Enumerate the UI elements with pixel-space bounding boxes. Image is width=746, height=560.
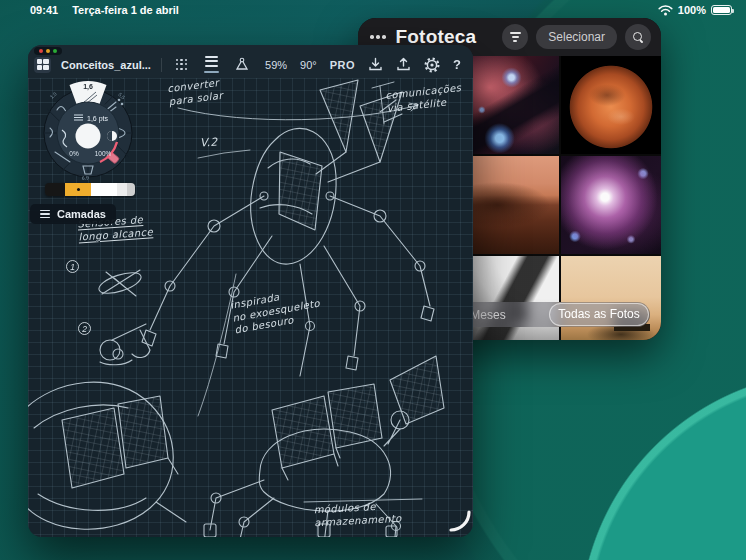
sketch-toolbar: Conceitos_azul... 59% 90° PRO (28, 45, 473, 78)
opacity-max: 100% (95, 150, 112, 157)
swatch-gray[interactable] (127, 183, 135, 196)
photo-thumbnail-desert-rover[interactable] (561, 256, 661, 340)
tab-all-photos[interactable]: Todas as Fotos (549, 303, 649, 326)
layers-lines-icon (40, 210, 50, 219)
swatch-black[interactable] (45, 183, 65, 196)
ring-size-3: 6.9 (81, 174, 89, 181)
swatch-light-gray[interactable] (117, 183, 127, 196)
drawing-canvas[interactable]: converter para solar V.2 comunicações vi… (28, 78, 473, 537)
clock: 09:41 (30, 4, 58, 16)
layers-label: Camadas (57, 208, 106, 220)
color-palette (45, 183, 135, 196)
resize-handle[interactable] (451, 512, 469, 530)
annotation-number-1: 1 (66, 260, 79, 273)
wifi-icon (658, 5, 673, 16)
photo-thumbnail-spacecraft[interactable] (460, 256, 560, 340)
vector-icon (234, 57, 250, 73)
import-button[interactable] (368, 57, 383, 72)
select-button[interactable]: Selecionar (536, 25, 617, 49)
status-bar: 09:41 Terça-feira 1 de abril 100% (0, 0, 746, 20)
photo-thumbnail-orion-nebula[interactable] (561, 156, 661, 254)
photo-thumbnail-flame-nebula[interactable] (460, 56, 560, 154)
photo-thumbnail-mars[interactable] (561, 56, 661, 154)
desktop: 09:41 Terça-feira 1 de abril 100% Fotote… (0, 0, 746, 560)
grid-tools-button[interactable] (172, 55, 192, 75)
filter-button[interactable] (502, 24, 528, 50)
divider (161, 58, 162, 72)
battery-percent: 100% (678, 4, 706, 16)
vector-select-button[interactable] (232, 55, 252, 75)
tool-preview-circle[interactable] (76, 124, 101, 149)
stacked-lines-icon (204, 56, 219, 73)
help-button[interactable]: ? (453, 57, 461, 72)
opacity-min: 0% (69, 150, 79, 157)
layers-button[interactable]: Camadas (30, 204, 116, 224)
export-button[interactable] (396, 57, 411, 72)
annotation-number-2: 2 (78, 322, 91, 335)
date: Terça-feira 1 de abril (72, 4, 179, 16)
swatch-amber-selected[interactable] (65, 183, 91, 196)
size-readout: 1,6 pts (87, 115, 109, 123)
battery-icon (711, 5, 732, 15)
annotation-version: V.2 (200, 135, 219, 150)
window-controls-icon[interactable] (34, 47, 62, 55)
search-icon (633, 32, 643, 42)
zoom-level[interactable]: 59% (265, 59, 287, 71)
settings-gear-icon[interactable] (424, 57, 440, 73)
sketch-window[interactable]: Conceitos_azul... 59% 90° PRO (28, 45, 473, 537)
photo-thumbnail-mars-landscape[interactable] (460, 156, 560, 254)
swatch-white[interactable] (91, 183, 117, 196)
window-controls-icon[interactable] (368, 31, 388, 43)
grid-dots-icon (176, 59, 188, 71)
ring-size-1: 1.0 (49, 90, 58, 99)
pages-button[interactable] (202, 55, 222, 75)
search-button[interactable] (625, 24, 651, 50)
tool-wheel[interactable]: 1,6 1.0 5.5 6.9 (38, 78, 138, 184)
app-logo-icon (34, 57, 51, 73)
pro-badge[interactable]: PRO (330, 59, 355, 71)
document-title[interactable]: Conceitos_azul... (61, 59, 151, 71)
active-size-label: 1,6 (83, 83, 93, 91)
filter-lines-icon (510, 32, 521, 42)
contrast-icon[interactable] (107, 131, 117, 141)
rotation-value[interactable]: 90° (300, 59, 317, 71)
annotation-modulos: módulos de armazenamento (313, 500, 401, 530)
